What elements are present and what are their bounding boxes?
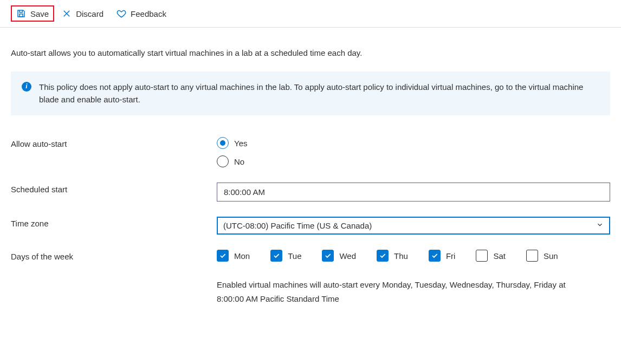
close-icon bbox=[62, 9, 72, 18]
day-checkbox-sat[interactable]: Sat bbox=[476, 250, 506, 262]
checkbox-icon bbox=[476, 250, 488, 262]
checkbox-icon bbox=[322, 250, 334, 262]
scheduled-start-input[interactable] bbox=[217, 183, 610, 202]
radio-no-label: No bbox=[234, 157, 244, 166]
day-label: Thu bbox=[394, 251, 408, 261]
radio-no[interactable]: No bbox=[217, 155, 610, 167]
day-label: Wed bbox=[339, 251, 356, 261]
day-label: Fri bbox=[446, 251, 456, 261]
intro-text: Auto-start allows you to automatically s… bbox=[11, 48, 610, 57]
day-label: Tue bbox=[288, 251, 301, 261]
radio-yes-label: Yes bbox=[234, 139, 247, 148]
day-checkbox-tue[interactable]: Tue bbox=[270, 250, 301, 262]
info-icon: i bbox=[22, 81, 31, 106]
feedback-label: Feedback bbox=[131, 9, 166, 18]
day-label: Sat bbox=[493, 251, 506, 261]
checkbox-icon bbox=[270, 250, 282, 262]
day-checkbox-thu[interactable]: Thu bbox=[377, 250, 408, 262]
radio-yes[interactable]: Yes bbox=[217, 137, 610, 149]
label-days: Days of the week bbox=[11, 250, 217, 261]
time-zone-value: (UTC-08:00) Pacific Time (US & Canada) bbox=[223, 221, 372, 230]
checkbox-icon bbox=[429, 250, 441, 262]
info-text: This policy does not apply auto-start to… bbox=[39, 81, 599, 106]
info-box: i This policy does not apply auto-start … bbox=[11, 72, 610, 115]
discard-button[interactable]: Discard bbox=[56, 5, 109, 22]
save-icon bbox=[16, 9, 26, 18]
row-allow-auto-start: Allow auto-start Yes No bbox=[11, 137, 610, 167]
checkbox-icon bbox=[377, 250, 389, 262]
feedback-button[interactable]: Feedback bbox=[111, 5, 172, 22]
day-checkbox-fri[interactable]: Fri bbox=[429, 250, 456, 262]
radio-icon bbox=[217, 137, 229, 149]
summary-text: Enabled virtual machines will auto-start… bbox=[217, 278, 585, 306]
row-scheduled-start: Scheduled start bbox=[11, 183, 610, 202]
save-label: Save bbox=[30, 9, 49, 18]
content-area: Auto-start allows you to automatically s… bbox=[0, 28, 621, 327]
checkbox-icon bbox=[217, 250, 229, 262]
save-button[interactable]: Save bbox=[11, 5, 54, 22]
row-time-zone: Time zone (UTC-08:00) Pacific Time (US &… bbox=[11, 217, 610, 235]
radio-icon bbox=[217, 155, 229, 167]
time-zone-select[interactable]: (UTC-08:00) Pacific Time (US & Canada) bbox=[217, 217, 610, 235]
day-checkbox-mon[interactable]: Mon bbox=[217, 250, 250, 262]
heart-icon bbox=[117, 9, 126, 18]
discard-label: Discard bbox=[76, 9, 104, 18]
day-label: Mon bbox=[234, 251, 250, 261]
day-label: Sun bbox=[544, 251, 558, 261]
chevron-down-icon bbox=[596, 221, 604, 230]
checkbox-icon bbox=[526, 250, 538, 262]
label-time-zone: Time zone bbox=[11, 217, 217, 228]
label-scheduled-start: Scheduled start bbox=[11, 183, 217, 194]
svg-rect-0 bbox=[20, 14, 23, 17]
day-checkbox-wed[interactable]: Wed bbox=[322, 250, 356, 262]
day-checkbox-sun[interactable]: Sun bbox=[526, 250, 558, 262]
toolbar: Save Discard Feedback bbox=[0, 0, 621, 28]
label-allow-auto-start: Allow auto-start bbox=[11, 137, 217, 148]
row-days: Days of the week MonTueWedThuFriSatSun bbox=[11, 250, 610, 262]
